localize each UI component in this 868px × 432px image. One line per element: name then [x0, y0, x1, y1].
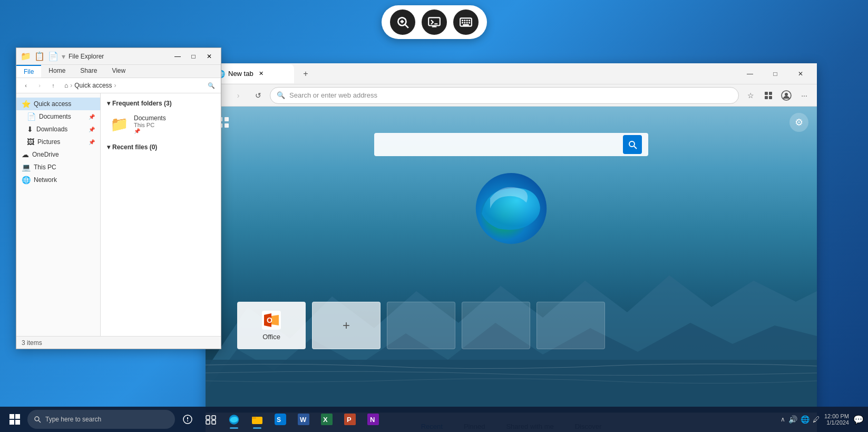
svg-text:S: S — [277, 416, 281, 424]
minimize-button[interactable]: — — [170, 49, 185, 64]
svg-text:N: N — [370, 416, 375, 424]
onedrive-icon: ☁ — [22, 150, 29, 159]
file-explorer-titlebar: 📁 📋 📄 ▾ File Explorer — □ ✕ — [16, 48, 221, 65]
folder-item-documents[interactable]: 📁 Documents This PC 📌 — [107, 112, 214, 136]
tab-label: New tab — [228, 70, 253, 78]
quicklink-office-label: Office — [262, 333, 280, 341]
quicklink-office[interactable]: O Office — [237, 302, 306, 349]
newtab-search-input[interactable] — [381, 140, 619, 149]
address-bar[interactable]: 🔍 Search or enter web address — [270, 87, 739, 104]
sidebar-item-pictures[interactable]: 🖼 Pictures 📌 — [16, 136, 100, 148]
search-icon[interactable]: 🔍 — [206, 80, 217, 91]
notification-icon[interactable]: 💬 — [853, 415, 864, 425]
keyboard-button[interactable] — [453, 9, 479, 35]
taskbar-app-store[interactable]: S — [270, 409, 291, 430]
zoom-button[interactable] — [390, 9, 415, 35]
taskbar-excel[interactable]: X — [316, 409, 337, 430]
edge-minimize-button[interactable]: — — [738, 65, 762, 82]
sidebar-item-label: Pictures — [37, 138, 60, 146]
svg-rect-27 — [225, 123, 229, 128]
edge-maximize-button[interactable]: □ — [763, 65, 787, 82]
collapse-icon: ▾ — [107, 100, 110, 107]
ribbon-tabs: File Home Share View — [16, 65, 221, 78]
edge-browser-window: 🌐 New tab ✕ + — □ ✕ ‹ › ↺ 🔍 Search or en… — [206, 63, 817, 432]
recent-files-header[interactable]: ▾ Recent files (0) — [107, 143, 214, 151]
svg-line-29 — [634, 146, 637, 149]
edge-close-button[interactable]: ✕ — [788, 65, 813, 82]
powerpoint-taskbar-icon: P — [344, 414, 356, 425]
more-button[interactable]: ··· — [796, 87, 813, 104]
sidebar-item-label: Documents — [39, 113, 71, 120]
action-center-button[interactable] — [177, 409, 198, 430]
back-button[interactable]: ‹ — [21, 80, 31, 91]
taskbar-onenote[interactable]: N — [363, 409, 384, 430]
sidebar-item-network[interactable]: 🌐 Network — [16, 174, 100, 186]
breadcrumb-home-icon: ⌂ — [64, 82, 68, 89]
svg-rect-42 — [206, 416, 210, 419]
sidebar-item-downloads[interactable]: ⬇ Downloads 📌 — [16, 123, 100, 136]
section-label: Frequent folders (3) — [112, 100, 172, 107]
close-button[interactable]: ✕ — [202, 49, 217, 64]
forward-button[interactable]: › — [230, 87, 247, 104]
network-icon[interactable]: 🌐 — [801, 415, 810, 424]
favorites-button[interactable]: ☆ — [742, 87, 759, 104]
taskbar-explorer[interactable] — [247, 409, 268, 430]
tab-view[interactable]: View — [104, 65, 133, 78]
excel-taskbar-icon: X — [321, 414, 333, 425]
tab-home[interactable]: Home — [41, 65, 73, 78]
svg-rect-17 — [765, 96, 768, 99]
new-tab-button[interactable]: + — [298, 66, 313, 81]
onenote-taskbar-icon: N — [367, 414, 379, 425]
collapse-icon: ▾ — [107, 143, 110, 151]
tab-close-button[interactable]: ✕ — [257, 69, 266, 79]
taskbar-search[interactable]: Type here to search — [27, 410, 175, 429]
forward-button[interactable]: › — [34, 80, 45, 91]
taskbar-word[interactable]: W — [293, 409, 314, 430]
maximize-button[interactable]: □ — [186, 49, 201, 64]
breadcrumb[interactable]: ⌂ › Quick access › — [62, 80, 203, 91]
tab-share[interactable]: Share — [73, 65, 104, 78]
up-button[interactable]: ↑ — [48, 80, 58, 91]
breadcrumb-path: Quick access — [74, 82, 112, 89]
newtab-search-button[interactable] — [623, 135, 642, 154]
frequent-folders-header[interactable]: ▾ Frequent folders (3) — [107, 100, 214, 107]
start-button[interactable] — [4, 409, 25, 430]
sidebar-item-this-pc[interactable]: 💻 This PC — [16, 161, 100, 174]
collections-button[interactable] — [760, 87, 777, 104]
svg-rect-16 — [769, 92, 772, 95]
profile-button[interactable] — [778, 87, 795, 104]
svg-rect-43 — [212, 416, 216, 419]
taskbar-clock[interactable]: 12:00 PM 1/1/2024 — [824, 413, 849, 426]
pen-icon[interactable]: 🖊 — [813, 415, 820, 424]
sidebar-item-quick-access[interactable]: ⭐ Quick access — [16, 98, 100, 110]
tab-file[interactable]: File — [16, 65, 41, 78]
sidebar-item-label: Network — [34, 176, 57, 184]
svg-text:X: X — [323, 416, 328, 424]
taskbar-edge[interactable] — [223, 409, 245, 430]
edge-logo-svg — [469, 165, 553, 249]
svg-rect-36 — [15, 420, 20, 425]
breadcrumb-end: › — [114, 82, 116, 89]
taskbar-powerpoint[interactable]: P — [339, 409, 360, 430]
refresh-button[interactable]: ↺ — [250, 87, 267, 104]
quicklink-add[interactable]: + — [312, 302, 381, 349]
taskbar: Type here to search — [0, 407, 868, 432]
sidebar-item-documents[interactable]: 📄 Documents 📌 — [16, 110, 100, 123]
svg-line-1 — [405, 24, 408, 28]
address-bar: ‹ › ↑ ⌂ › Quick access › 🔍 — [16, 78, 221, 93]
svg-text:W: W — [300, 416, 307, 424]
downloads-icon: ⬇ — [27, 125, 33, 133]
explorer-content: ⭐ Quick access 📄 Documents 📌 ⬇ Downloads… — [16, 93, 221, 336]
remote-button[interactable] — [422, 9, 447, 35]
quick-access-icon: ⭐ — [22, 100, 31, 108]
volume-icon[interactable]: 🔊 — [788, 415, 797, 424]
windows-icon — [9, 414, 21, 425]
task-view-button[interactable] — [200, 409, 221, 430]
folder-name: Documents — [134, 114, 166, 122]
newtab-search-box[interactable] — [374, 133, 648, 156]
edge-tab-newtab[interactable]: 🌐 New tab ✕ — [210, 64, 294, 83]
newtab-settings-button[interactable]: ⚙ — [789, 113, 808, 132]
chevron-up-icon[interactable]: ∧ — [781, 416, 785, 423]
sidebar-item-onedrive[interactable]: ☁ OneDrive — [16, 148, 100, 161]
action-center-icon — [182, 414, 193, 425]
